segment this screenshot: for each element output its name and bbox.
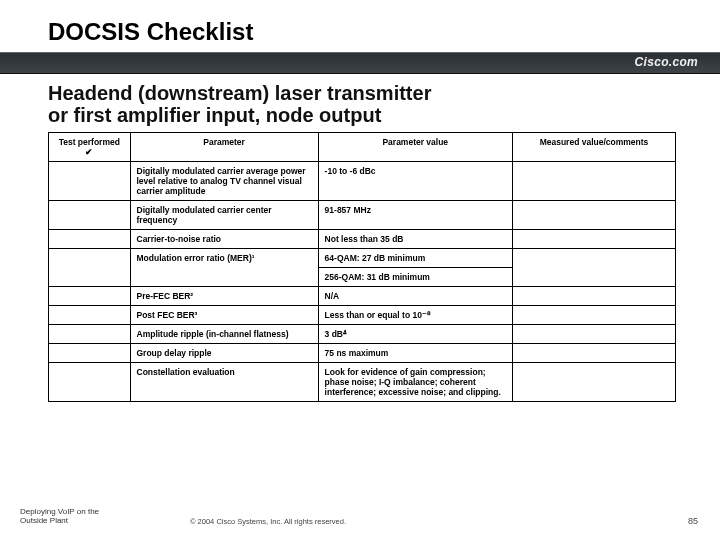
table-row: Constellation evaluation Look for eviden… xyxy=(49,363,676,402)
table-row: Digitally modulated carrier center frequ… xyxy=(49,201,676,230)
cell-value: 256-QAM: 31 dB minimum xyxy=(318,268,512,287)
subtitle-line-1: Headend (downstream) laser transmitter xyxy=(48,82,431,104)
cell-param: Group delay ripple xyxy=(130,344,318,363)
table-row: Pre-FEC BER² N/A xyxy=(49,287,676,306)
checkmark-icon: ✔ xyxy=(55,147,124,157)
cell-value: 91-857 MHz xyxy=(318,201,512,230)
page-number: 85 xyxy=(688,516,698,526)
footer-line-2: Outside Plant xyxy=(20,516,68,525)
cell-value: Not less than 35 dB xyxy=(318,230,512,249)
cell-value: N/A xyxy=(318,287,512,306)
cell-param: Carrier-to-noise ratio xyxy=(130,230,318,249)
cell-value: Less than or equal to 10⁻⁸ xyxy=(318,306,512,325)
footer-title: Deploying VoIP on the Outside Plant xyxy=(20,508,99,526)
cell-value: 75 ns maximum xyxy=(318,344,512,363)
cell-param: Post FEC BER³ xyxy=(130,306,318,325)
cell-param: Amplitude ripple (in-channel flatness) xyxy=(130,325,318,344)
col-measured: Measured value/comments xyxy=(512,133,675,162)
brand-label: Cisco.com xyxy=(635,55,698,69)
cell-value: Look for evidence of gain compression; p… xyxy=(318,363,512,402)
col-parameter: Parameter xyxy=(130,133,318,162)
col-test-performed: Test performed ✔ xyxy=(49,133,131,162)
cell-param: Pre-FEC BER² xyxy=(130,287,318,306)
table-header-row: Test performed ✔ Parameter Parameter val… xyxy=(49,133,676,162)
table-row: Digitally modulated carrier average powe… xyxy=(49,162,676,201)
page-title: DOCSIS Checklist xyxy=(48,18,720,46)
cell-value: -10 to -6 dBc xyxy=(318,162,512,201)
table-row: Group delay ripple 75 ns maximum xyxy=(49,344,676,363)
cell-value: 64-QAM: 27 dB minimum xyxy=(318,249,512,268)
subtitle-line-2: or first amplifier input, node output xyxy=(48,104,381,126)
col-parameter-value: Parameter value xyxy=(318,133,512,162)
checklist-table: Test performed ✔ Parameter Parameter val… xyxy=(48,132,676,402)
subtitle: Headend (downstream) laser transmitter o… xyxy=(0,74,720,132)
col-test-performed-label: Test performed xyxy=(59,137,120,147)
table-row: Amplitude ripple (in-channel flatness) 3… xyxy=(49,325,676,344)
table-row: Modulation error ratio (MER)¹ 64-QAM: 27… xyxy=(49,249,676,268)
footer-line-1: Deploying VoIP on the xyxy=(20,507,99,516)
brand-bar: Cisco.com xyxy=(0,52,720,74)
cell-param: Constellation evaluation xyxy=(130,363,318,402)
cell-value: 3 dB⁴ xyxy=(318,325,512,344)
table-row: Post FEC BER³ Less than or equal to 10⁻⁸ xyxy=(49,306,676,325)
copyright: © 2004 Cisco Systems, Inc. All rights re… xyxy=(190,517,346,526)
cell-param: Modulation error ratio (MER)¹ xyxy=(130,249,318,287)
cell-param: Digitally modulated carrier center frequ… xyxy=(130,201,318,230)
cell-param: Digitally modulated carrier average powe… xyxy=(130,162,318,201)
table-row: Carrier-to-noise ratio Not less than 35 … xyxy=(49,230,676,249)
